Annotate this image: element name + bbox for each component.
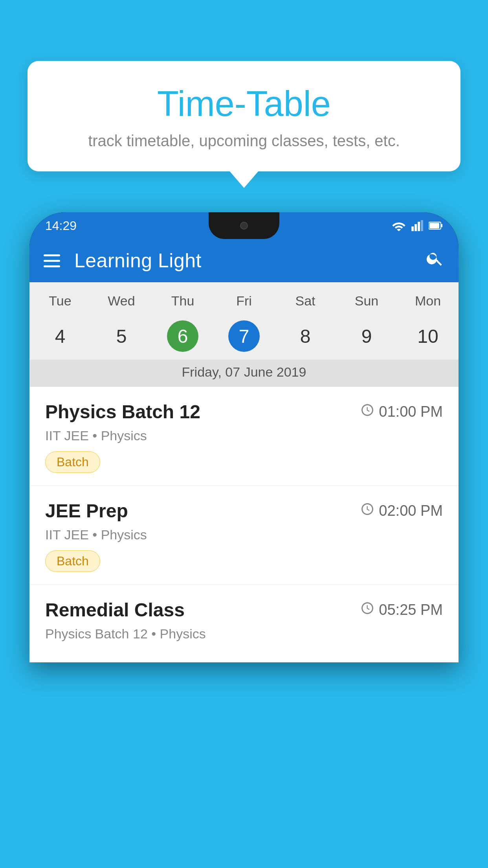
schedule-title-3: Remedial Class (45, 599, 185, 621)
clock-icon-2 (361, 502, 374, 519)
schedule-item-2-header: JEE Prep 02:00 PM (45, 500, 443, 522)
schedule-item-1-header: Physics Batch 12 01:00 PM (45, 401, 443, 423)
schedule-list: Physics Batch 12 01:00 PM IIT JEE • Phys… (29, 387, 459, 662)
date-7-selected[interactable]: 7 (213, 319, 275, 353)
day-sat: Sat (275, 289, 336, 313)
wifi-icon (392, 220, 406, 231)
notch (209, 212, 279, 239)
day-sun: Sun (336, 289, 397, 313)
status-time: 14:29 (45, 219, 77, 233)
schedule-time-1: 01:00 PM (361, 403, 443, 420)
date-6-today[interactable]: 6 (152, 319, 213, 353)
status-bar: 14:29 (29, 212, 459, 239)
schedule-item-3[interactable]: Remedial Class 05:25 PM Physics Batch 12… (29, 585, 459, 662)
svg-rect-3 (421, 220, 423, 231)
phone-screen: 14:29 (29, 212, 459, 662)
day-thu: Thu (152, 289, 213, 313)
date-9[interactable]: 9 (336, 319, 397, 353)
schedule-time-3: 05:25 PM (361, 601, 443, 618)
days-row: Tue Wed Thu Fri Sat Sun Mon (29, 282, 459, 316)
day-wed: Wed (91, 289, 152, 313)
schedule-subtitle-3: Physics Batch 12 • Physics (45, 626, 443, 642)
schedule-item-3-header: Remedial Class 05:25 PM (45, 599, 443, 621)
clock-icon-3 (361, 601, 374, 618)
schedule-subtitle-1: IIT JEE • Physics (45, 428, 443, 443)
selected-date-label: Friday, 07 June 2019 (29, 360, 459, 387)
schedule-title-2: JEE Prep (45, 500, 128, 522)
schedule-title-1: Physics Batch 12 (45, 401, 200, 423)
date-4[interactable]: 4 (29, 319, 91, 353)
schedule-time-2: 02:00 PM (361, 502, 443, 519)
phone-mockup: 14:29 (29, 212, 459, 868)
day-fri: Fri (213, 289, 275, 313)
app-bar: Learning Light (29, 239, 459, 282)
day-mon: Mon (397, 289, 459, 313)
battery-icon (429, 221, 443, 230)
search-icon[interactable] (426, 249, 444, 272)
dates-row: 4 5 6 7 8 9 (29, 316, 459, 360)
schedule-item-1[interactable]: Physics Batch 12 01:00 PM IIT JEE • Phys… (29, 387, 459, 486)
svg-rect-5 (441, 224, 442, 227)
clock-icon-1 (361, 403, 374, 420)
batch-badge-2: Batch (45, 550, 100, 572)
schedule-item-2[interactable]: JEE Prep 02:00 PM IIT JEE • Physics Batc… (29, 486, 459, 585)
tooltip-card: Time-Table track timetable, upcoming cla… (28, 61, 460, 171)
svg-rect-6 (429, 223, 439, 228)
signal-icon (411, 220, 423, 231)
svg-rect-0 (411, 226, 414, 231)
schedule-subtitle-2: IIT JEE • Physics (45, 527, 443, 542)
batch-badge-1: Batch (45, 451, 100, 473)
tooltip-title: Time-Table (51, 85, 437, 123)
date-5[interactable]: 5 (91, 319, 152, 353)
svg-rect-1 (415, 224, 417, 231)
date-8[interactable]: 8 (275, 319, 336, 353)
phone-outer: 14:29 (29, 212, 459, 662)
day-tue: Tue (29, 289, 91, 313)
camera (240, 222, 248, 230)
status-icons (392, 220, 443, 231)
date-10[interactable]: 10 (397, 319, 459, 353)
calendar: Tue Wed Thu Fri Sat Sun Mon 4 5 (29, 282, 459, 387)
app-title: Learning Light (74, 249, 411, 272)
svg-rect-2 (418, 222, 420, 231)
menu-button[interactable] (44, 254, 60, 267)
tooltip-subtitle: track timetable, upcoming classes, tests… (51, 132, 437, 150)
